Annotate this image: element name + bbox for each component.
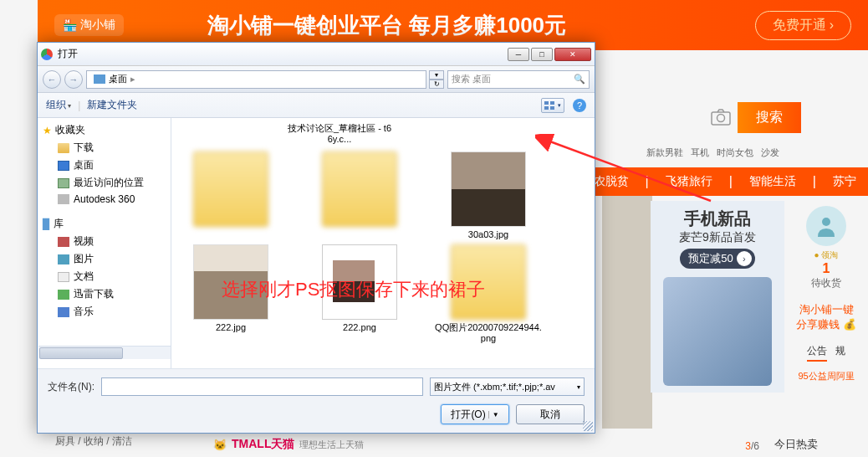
download-icon xyxy=(58,143,69,153)
avatar[interactable] xyxy=(806,206,846,246)
pending-count[interactable]: 1 xyxy=(789,261,863,276)
tree-favorites-header[interactable]: ★收藏夹 xyxy=(38,121,171,139)
ad-title: 手机新品 xyxy=(657,208,778,230)
tree-item-autodesk[interactable]: Autodesk 360 xyxy=(38,192,171,207)
dropdown-button[interactable]: ▾ xyxy=(429,70,444,80)
nav-item[interactable]: 飞猪旅行 xyxy=(666,174,712,189)
ad-discount-badge: 预定减50 › xyxy=(680,249,754,269)
chrome-icon xyxy=(41,49,53,60)
camera-icon[interactable] xyxy=(704,100,738,134)
hot-word[interactable]: 耳机 xyxy=(691,147,709,157)
music-icon xyxy=(58,307,69,317)
filename-label: 文件名(N): xyxy=(48,380,94,394)
user-panel: ● 领淘 1 待收货 淘小铺一键 分享赚钱 💰 公告 规 95公益周阿里 xyxy=(784,201,868,393)
category-link[interactable]: 厨具 / 收纳 / 清洁 xyxy=(55,434,132,449)
recent-icon xyxy=(58,178,69,188)
filename-input[interactable] xyxy=(101,377,423,396)
nav-item[interactable]: 苏宁 xyxy=(833,174,856,189)
file-item-folder[interactable] xyxy=(176,151,285,240)
library-icon: ▉ xyxy=(43,218,50,230)
hot-word[interactable]: 新款男鞋 xyxy=(646,147,683,157)
hot-word[interactable]: 时尚女包 xyxy=(717,147,753,157)
file-item-folder[interactable] xyxy=(305,151,414,240)
breadcrumb[interactable]: 桌面 ▸ xyxy=(86,70,426,89)
chevron-down-icon: ▾ xyxy=(558,102,561,109)
help-button[interactable]: ? xyxy=(573,99,586,112)
user-tabs: 公告 规 xyxy=(789,344,863,362)
phone-image xyxy=(663,277,772,386)
file-item[interactable]: 技术讨论区_草榴社區 - t66y.c... xyxy=(285,123,394,145)
banner-logo-text: 淘小铺 xyxy=(80,18,115,33)
promo-line[interactable]: 95公益周阿里 xyxy=(789,370,863,383)
organize-menu[interactable]: 组织 xyxy=(46,98,71,112)
back-button[interactable]: ← xyxy=(43,70,61,89)
tree-item-desktop[interactable]: 桌面 xyxy=(38,157,171,174)
divider: | xyxy=(646,174,649,189)
filetype-filter[interactable]: 图片文件 (*.xbm;*.tif;*.pjp;*.av xyxy=(430,377,585,396)
svg-rect-4 xyxy=(550,101,554,105)
maximize-button[interactable]: □ xyxy=(531,48,553,61)
forward-button[interactable]: → xyxy=(64,70,83,89)
video-icon xyxy=(58,237,69,247)
search-placeholder: 搜索 桌面 xyxy=(452,73,491,85)
banner-cta-button[interactable]: 免费开通 › xyxy=(755,11,851,40)
dialog-titlebar: 打开 ─ □ ✕ xyxy=(38,43,595,66)
pager-current: 3 xyxy=(745,440,751,452)
hot-word[interactable]: 沙发 xyxy=(761,147,779,157)
tab-notice[interactable]: 公告 xyxy=(807,344,827,362)
pager-total: /6 xyxy=(751,440,759,452)
chevron-down-icon: ▼ xyxy=(488,411,499,418)
dialog-footer: 文件名(N): 图片文件 (*.xbm;*.tif;*.pjp;*.av 打开(… xyxy=(38,368,595,433)
tree-item-recent[interactable]: 最近访问的位置 xyxy=(38,174,171,192)
search-area: 搜索 xyxy=(704,100,801,134)
folder-icon xyxy=(322,151,397,227)
file-item-image[interactable]: 222.png xyxy=(305,244,414,344)
tab-rules[interactable]: 规 xyxy=(835,344,845,362)
tree-item-documents[interactable]: 文档 xyxy=(38,268,171,285)
resize-handle[interactable] xyxy=(583,421,593,431)
star-icon: ★ xyxy=(43,125,52,136)
tree-item-video[interactable]: 视频 xyxy=(38,233,171,250)
dialog-toolbar: 组织 | 新建文件夹 ▾ ? xyxy=(38,93,595,118)
file-item-image[interactable]: 30a03.jpg xyxy=(434,151,543,240)
tree-item-downloads[interactable]: 下载 xyxy=(38,139,171,157)
ad-subtitle: 麦芒9新品首发 xyxy=(657,230,778,245)
tree-scrollbar[interactable] xyxy=(38,346,171,359)
folder-icon xyxy=(193,151,268,227)
file-item-image[interactable]: QQ图片20200709224944.png xyxy=(434,244,543,344)
divider: | xyxy=(813,174,816,189)
txp-line1: 淘小铺一键 xyxy=(789,302,863,317)
tmall-link[interactable]: 🐱 TMALL天猫 理想生活上天猫 xyxy=(213,437,364,452)
document-icon xyxy=(58,272,69,282)
scrollbar-thumb[interactable] xyxy=(39,347,123,359)
new-folder-button[interactable]: 新建文件夹 xyxy=(87,98,137,112)
banner-cta-label: 免费开通 xyxy=(773,17,826,34)
open-button[interactable]: 打开(O) ▼ xyxy=(441,404,509,424)
money-icon: 💰 xyxy=(843,318,856,331)
cancel-button[interactable]: 取消 xyxy=(516,404,585,424)
coin-icon: ● 领淘 xyxy=(789,249,863,261)
breadcrumb-text: 桌面 xyxy=(109,73,127,85)
phone-ad[interactable]: 手机新品 麦芒9新品首发 预定减50 › xyxy=(651,201,784,393)
tmall-slogan: 理想生活上天猫 xyxy=(299,439,364,451)
search-button[interactable]: 搜索 xyxy=(738,102,801,133)
pending-label: 待收货 xyxy=(789,276,863,290)
divider: | xyxy=(729,174,733,189)
banner-headline: 淘小铺一键创业平台 每月多赚1000元 xyxy=(207,11,566,40)
nav-item[interactable]: 智能生活 xyxy=(749,174,796,189)
dialog-search-input[interactable]: 搜索 桌面 🔍 xyxy=(447,70,590,89)
tmall-cat-icon: 🐱 xyxy=(213,439,227,451)
today-hot-label: 今日热卖 xyxy=(774,437,818,452)
tree-item-xunlei[interactable]: 迅雷下载 xyxy=(38,285,171,303)
close-button[interactable]: ✕ xyxy=(554,48,591,61)
xunlei-icon xyxy=(58,290,69,300)
txp-line2: 分享赚钱 💰 xyxy=(789,317,863,332)
tree-item-music[interactable]: 音乐 xyxy=(38,303,171,321)
tree-library-header[interactable]: ▉库 xyxy=(38,215,171,233)
file-item-image[interactable]: 222.jpg xyxy=(176,244,285,344)
tree-item-pictures[interactable]: 图片 xyxy=(38,250,171,268)
image-thumbnail xyxy=(451,151,526,227)
refresh-button[interactable]: ↻ xyxy=(429,80,444,89)
view-mode-button[interactable]: ▾ xyxy=(541,98,564,113)
minimize-button[interactable]: ─ xyxy=(508,48,529,61)
